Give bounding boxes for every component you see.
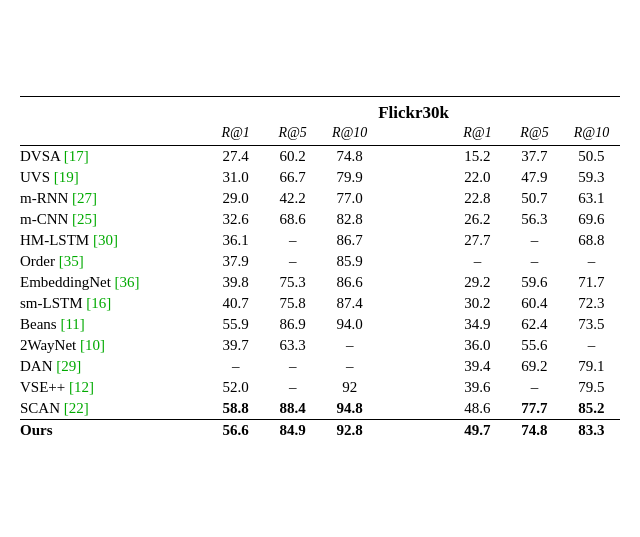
- flickr-value: –: [563, 335, 620, 356]
- ours-flickr-value: 49.7: [449, 420, 506, 442]
- method-label: SCAN [22]: [20, 398, 207, 420]
- coco-value: 86.9: [264, 314, 321, 335]
- coco-r10-header: R@10: [321, 125, 378, 146]
- method-label: DAN [29]: [20, 356, 207, 377]
- flickr-value: 56.3: [506, 209, 563, 230]
- flickr-value: 48.6: [449, 398, 506, 420]
- flickr-value: 15.2: [449, 146, 506, 168]
- flickr-value: 69.2: [506, 356, 563, 377]
- flickr-value: 79.5: [563, 377, 620, 398]
- coco-value: 27.4: [207, 146, 264, 168]
- flickr-value: 62.4: [506, 314, 563, 335]
- table-row: m-CNN [25]32.668.682.826.256.369.6: [20, 209, 620, 230]
- table-row: VSE++ [12]52.0–9239.6–79.5: [20, 377, 620, 398]
- coco-value: 32.6: [207, 209, 264, 230]
- flickr-value: 50.7: [506, 188, 563, 209]
- coco-value: 39.7: [207, 335, 264, 356]
- flickr-value: 26.2: [449, 209, 506, 230]
- coco-r1-header: R@1: [207, 125, 264, 146]
- coco-value: 94.8: [321, 398, 378, 420]
- flickr-value: 34.9: [449, 314, 506, 335]
- coco-r5-header: R@5: [264, 125, 321, 146]
- flickr-value: 39.6: [449, 377, 506, 398]
- ours-row: Ours56.684.992.849.774.883.3: [20, 420, 620, 442]
- flickr-value: 79.1: [563, 356, 620, 377]
- coco-value: –: [264, 377, 321, 398]
- flickr-value: 22.0: [449, 167, 506, 188]
- flickr-value: 77.7: [506, 398, 563, 420]
- flickr-value: 73.5: [563, 314, 620, 335]
- ours-flickr-value: 83.3: [563, 420, 620, 442]
- coco-value: 60.2: [264, 146, 321, 168]
- ours-coco-value: 84.9: [264, 420, 321, 442]
- coco-value: 40.7: [207, 293, 264, 314]
- method-label: EmbeddingNet [36]: [20, 272, 207, 293]
- ours-coco-value: 92.8: [321, 420, 378, 442]
- coco-value: 63.3: [264, 335, 321, 356]
- table-row: m-RNN [27]29.042.277.022.850.763.1: [20, 188, 620, 209]
- flickr-r5-header: R@5: [506, 125, 563, 146]
- flickr-value: 36.0: [449, 335, 506, 356]
- flickr-value: 59.6: [506, 272, 563, 293]
- table-row: HM-LSTM [30]36.1–86.727.7–68.8: [20, 230, 620, 251]
- coco-value: 86.7: [321, 230, 378, 251]
- coco-value: –: [264, 251, 321, 272]
- flickr-r1-header: R@1: [449, 125, 506, 146]
- coco-value: 75.3: [264, 272, 321, 293]
- table-row: DAN [29]–––39.469.279.1: [20, 356, 620, 377]
- coco-value: 75.8: [264, 293, 321, 314]
- flickr-value: 30.2: [449, 293, 506, 314]
- flickr-value: –: [563, 251, 620, 272]
- flickr-value: 37.7: [506, 146, 563, 168]
- flickr-value: 39.4: [449, 356, 506, 377]
- method-label: HM-LSTM [30]: [20, 230, 207, 251]
- method-label: UVS [19]: [20, 167, 207, 188]
- ours-coco-value: 56.6: [207, 420, 264, 442]
- method-label: sm-LSTM [16]: [20, 293, 207, 314]
- coco-value: 87.4: [321, 293, 378, 314]
- coco-value: 52.0: [207, 377, 264, 398]
- flickr-value: –: [506, 251, 563, 272]
- coco-value: 36.1: [207, 230, 264, 251]
- flickr-value: 55.6: [506, 335, 563, 356]
- flickr-value: 85.2: [563, 398, 620, 420]
- ours-flickr-value: 74.8: [506, 420, 563, 442]
- coco-value: 94.0: [321, 314, 378, 335]
- flickr-value: 60.4: [506, 293, 563, 314]
- coco-value: 82.8: [321, 209, 378, 230]
- table-row: UVS [19]31.066.779.922.047.959.3: [20, 167, 620, 188]
- flickr-r10-header: R@10: [563, 125, 620, 146]
- coco-value: –: [264, 356, 321, 377]
- table-row: Beans [11]55.986.994.034.962.473.5: [20, 314, 620, 335]
- flickr-value: –: [449, 251, 506, 272]
- coco-value: 37.9: [207, 251, 264, 272]
- coco-value: 66.7: [264, 167, 321, 188]
- table-row: sm-LSTM [16]40.775.887.430.260.472.3: [20, 293, 620, 314]
- coco-value: 74.8: [321, 146, 378, 168]
- comparison-table: Flickr30k R@1 R@5 R@10 R@1 R@5 R@10 DVSA…: [20, 96, 620, 441]
- flickr-value: –: [506, 230, 563, 251]
- coco-value: 42.2: [264, 188, 321, 209]
- ours-label: Ours: [20, 420, 207, 442]
- table-row: Order [35]37.9–85.9–––: [20, 251, 620, 272]
- flickr-group-header: [449, 97, 620, 126]
- method-label: m-RNN [27]: [20, 188, 207, 209]
- table-row: EmbeddingNet [36]39.875.386.629.259.671.…: [20, 272, 620, 293]
- coco-value: –: [264, 230, 321, 251]
- method-label: 2WayNet [10]: [20, 335, 207, 356]
- flickr-value: 63.1: [563, 188, 620, 209]
- method-label: Order [35]: [20, 251, 207, 272]
- method-label: DVSA [17]: [20, 146, 207, 168]
- coco-value: 31.0: [207, 167, 264, 188]
- coco-value: 79.9: [321, 167, 378, 188]
- flickr-value: 29.2: [449, 272, 506, 293]
- flickr-value: 47.9: [506, 167, 563, 188]
- flickr-value: 59.3: [563, 167, 620, 188]
- coco-value: –: [207, 356, 264, 377]
- flickr-value: 71.7: [563, 272, 620, 293]
- coco-value: 55.9: [207, 314, 264, 335]
- coco-value: –: [321, 356, 378, 377]
- flickr-value: 50.5: [563, 146, 620, 168]
- method-label: Beans [11]: [20, 314, 207, 335]
- coco-value: 58.8: [207, 398, 264, 420]
